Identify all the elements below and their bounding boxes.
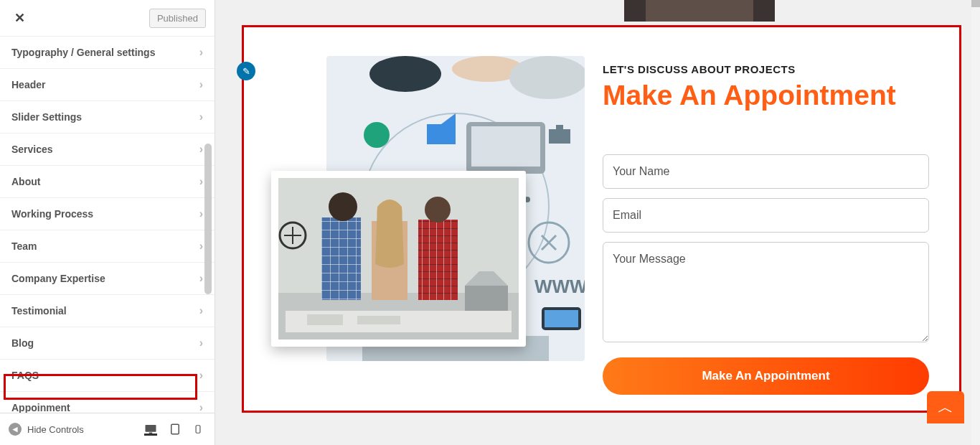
sidebar-item-label: Typography / General settings [11,47,155,58]
svg-rect-14 [556,125,563,129]
close-icon[interactable]: ✕ [9,7,30,29]
svg-point-31 [329,192,357,221]
sidebar-item-label: Services [11,144,53,155]
sidebar-item-label: Slider Settings [11,111,82,123]
sidebar-item-label: About [11,176,40,187]
svg-rect-1 [149,433,153,434]
sidebar-item-company-expertise[interactable]: Company Expertise› [0,262,215,294]
hide-controls-label: Hide Controls [27,424,84,435]
preview-panel: ✎ WWW [215,0,980,445]
sidebar-item-services[interactable]: Services› [0,133,215,165]
name-input[interactable] [603,154,929,189]
mobile-icon[interactable] [193,423,206,436]
chevron-right-icon: › [199,337,203,350]
chevron-right-icon: › [199,207,203,220]
svg-rect-2 [171,424,179,434]
sidebar-item-label: Testimonial [11,305,67,317]
svg-rect-5 [646,0,753,22]
svg-rect-23 [545,310,578,327]
hero-person-image [624,0,775,22]
message-textarea[interactable] [603,242,929,342]
device-toggle [144,423,206,436]
sidebar-item-appoinment[interactable]: Appoinment› [0,391,215,413]
sidebar-item-label: Header [11,79,45,90]
email-input[interactable] [603,198,929,233]
sidebar-item-label: Appoinment [11,402,70,413]
scroll-to-top-button[interactable]: ︿ [927,391,964,423]
appointment-section: ✎ WWW [242,25,961,413]
svg-rect-12 [471,126,540,167]
chevron-right-icon: › [199,401,203,413]
sidebar-header: ✕ Published [0,0,215,37]
sidebar-item-label: Working Process [11,208,93,220]
svg-text:WWW: WWW [534,276,585,297]
front-image [278,178,519,339]
desktop-icon[interactable] [144,423,157,436]
sidebar-item-faqs[interactable]: FAQS› [0,359,215,391]
tablet-icon[interactable] [169,423,182,436]
chevron-right-icon: › [199,272,203,285]
sidebar-footer: ◄ Hide Controls [0,413,215,445]
sidebar-item-label: Company Expertise [11,273,105,284]
chevron-right-icon: › [199,143,203,156]
section-title: Make An Appointment [603,80,929,111]
pencil-icon[interactable]: ✎ [237,62,255,80]
chevron-left-icon: ◄ [9,423,22,436]
svg-point-36 [425,197,451,222]
sidebar-item-label: FAQS [11,370,39,381]
customizer-sidebar: ✕ Published Typography / General setting… [0,0,215,445]
sidebar-item-blog[interactable]: Blog› [0,327,215,359]
submit-button[interactable]: Make An Appointment [603,357,929,395]
svg-rect-0 [146,425,156,432]
chevron-right-icon: › [199,240,203,253]
appointment-form: Make An Appointment [603,154,929,395]
sidebar-item-about[interactable]: About› [0,165,215,197]
svg-rect-44 [357,316,400,324]
sidebar-item-header[interactable]: Header› [0,68,215,100]
preview-scrollbar-thumb[interactable] [971,0,980,7]
sidebar-scrollbar[interactable] [204,144,212,294]
front-image-frame [271,171,526,347]
svg-point-17 [509,56,585,99]
chevron-up-icon: ︿ [938,397,953,418]
svg-point-8 [364,122,390,148]
appointment-form-area: LET'S DISCUSS ABOUT PROJECTS Make An App… [603,63,929,395]
svg-point-15 [369,56,441,92]
chevron-right-icon: › [199,46,203,59]
sidebar-item-working-process[interactable]: Working Process› [0,197,215,230]
chevron-right-icon: › [199,175,203,188]
sidebar-list: Typography / General settings› Header› S… [0,37,215,413]
svg-rect-43 [307,314,343,325]
chevron-right-icon: › [199,78,203,91]
sidebar-item-label: Team [11,240,37,252]
svg-rect-37 [465,286,508,314]
sidebar-item-label: Blog [11,337,34,349]
svg-rect-35 [418,220,458,300]
chevron-right-icon: › [199,369,203,382]
chevron-right-icon: › [199,304,203,317]
sidebar-item-team[interactable]: Team› [0,230,215,262]
svg-rect-30 [321,217,361,300]
publish-button[interactable]: Published [149,9,206,28]
svg-rect-13 [549,129,570,144]
section-subtitle: LET'S DISCUSS ABOUT PROJECTS [603,63,929,75]
hide-controls-button[interactable]: ◄ Hide Controls [9,423,84,436]
svg-rect-3 [196,426,200,434]
sidebar-item-slider[interactable]: Slider Settings› [0,100,215,133]
section-images: WWW [326,56,585,361]
preview-scrollbar-track[interactable] [971,0,980,445]
sidebar-item-testimonial[interactable]: Testimonial› [0,294,215,327]
sidebar-item-typography[interactable]: Typography / General settings› [0,37,215,68]
chevron-right-icon: › [199,111,203,123]
